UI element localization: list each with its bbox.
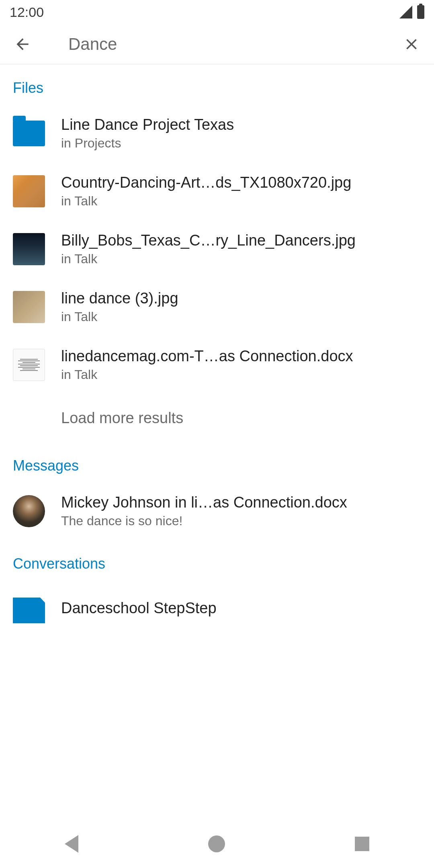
file-location: in Projects [61, 136, 421, 151]
message-result-content: Mickey Johnson in li…as Connection.docx … [61, 494, 421, 528]
file-location: in Talk [61, 309, 421, 324]
file-location: in Talk [61, 252, 421, 266]
document-thumbnail [13, 349, 45, 381]
close-icon [403, 35, 420, 53]
battery-icon [417, 5, 424, 19]
conversation-result[interactable]: Danceschool StepStep [13, 580, 421, 638]
file-result-content: Billy_Bobs_Texas_C…ry_Line_Dancers.jpg i… [61, 232, 421, 266]
status-bar: 12:00 [0, 0, 434, 24]
load-more-results[interactable]: Load more results [13, 394, 421, 442]
signal-icon [399, 6, 412, 18]
image-thumbnail [13, 233, 45, 265]
navigation-bar [0, 820, 434, 868]
search-input[interactable]: Dance [68, 35, 402, 54]
nav-back-button[interactable] [65, 835, 78, 853]
file-result-folder[interactable]: Line Dance Project Texas in Projects [13, 104, 421, 162]
conversation-icon [13, 598, 45, 623]
file-result-image[interactable]: Billy_Bobs_Texas_C…ry_Line_Dancers.jpg i… [13, 220, 421, 278]
nav-home-button[interactable] [208, 835, 225, 852]
file-title: Billy_Bobs_Texas_C…ry_Line_Dancers.jpg [61, 232, 421, 249]
results-content: Files Line Dance Project Texas in Projec… [0, 64, 434, 638]
file-result-image[interactable]: Country-Dancing-Art…ds_TX1080x720.jpg in… [13, 162, 421, 220]
conversation-title: Danceschool StepStep [61, 600, 421, 617]
file-title: Country-Dancing-Art…ds_TX1080x720.jpg [61, 174, 421, 191]
file-result-image[interactable]: line dance (3).jpg in Talk [13, 278, 421, 336]
file-title: Line Dance Project Texas [61, 116, 421, 133]
status-icons [399, 5, 424, 19]
folder-icon [13, 117, 45, 149]
clear-search-button[interactable] [402, 35, 421, 54]
message-preview: The dance is so nice! [61, 514, 421, 528]
load-more-label: Load more results [61, 409, 183, 427]
image-thumbnail [13, 175, 45, 207]
file-location: in Talk [61, 367, 421, 382]
message-result[interactable]: Mickey Johnson in li…as Connection.docx … [13, 482, 421, 540]
app-bar: Dance [0, 24, 434, 64]
file-result-content: Country-Dancing-Art…ds_TX1080x720.jpg in… [61, 174, 421, 209]
file-result-content: line dance (3).jpg in Talk [61, 290, 421, 324]
file-result-document[interactable]: linedancemag.com-T…as Connection.docx in… [13, 336, 421, 394]
file-result-content: Line Dance Project Texas in Projects [61, 116, 421, 151]
avatar [13, 495, 45, 527]
file-title: line dance (3).jpg [61, 290, 421, 307]
section-header-files: Files [13, 64, 421, 104]
nav-recent-button[interactable] [355, 837, 369, 851]
conversation-result-content: Danceschool StepStep [61, 600, 421, 619]
status-time: 12:00 [10, 4, 44, 20]
section-header-messages: Messages [13, 442, 421, 482]
file-title: linedancemag.com-T…as Connection.docx [61, 348, 421, 365]
section-header-conversations: Conversations [13, 540, 421, 580]
message-title: Mickey Johnson in li…as Connection.docx [61, 494, 421, 511]
image-thumbnail [13, 291, 45, 323]
back-button[interactable] [13, 35, 32, 54]
file-location: in Talk [61, 194, 421, 209]
arrow-back-icon [14, 35, 31, 53]
file-result-content: linedancemag.com-T…as Connection.docx in… [61, 348, 421, 382]
